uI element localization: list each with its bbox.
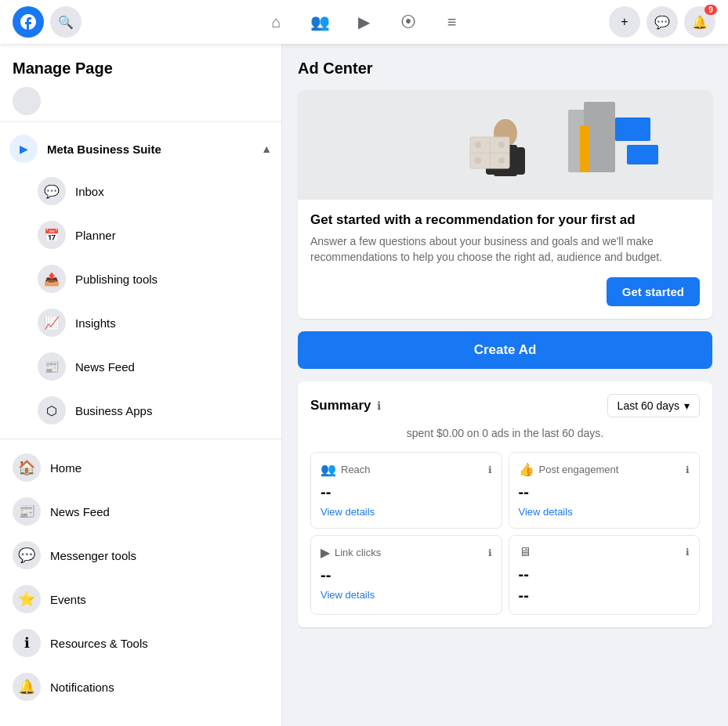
notifications-button[interactable]: 🔔 9 xyxy=(684,6,715,38)
meta-business-suite-sub-items: 💬 Inbox 📅 Planner 📤 Publishing tools 📈 I… xyxy=(0,169,281,432)
reach-value: -- xyxy=(321,483,492,501)
link-clicks-icon: ▶ xyxy=(321,545,330,560)
planner-label: Planner xyxy=(75,229,116,242)
create-button[interactable]: + xyxy=(609,6,640,38)
post-engagement-view-details-link[interactable]: View details xyxy=(519,506,573,518)
monitor-tile-header: 🖥 ℹ xyxy=(519,545,690,559)
sidebar-item-home[interactable]: 🏠 Home xyxy=(3,446,278,489)
business-apps-label: Business Apps xyxy=(75,404,152,417)
reach-info-icon[interactable]: ℹ xyxy=(488,464,492,475)
home-label: Home xyxy=(50,461,81,475)
ad-recommendation-card: Get started with a recommendation for yo… xyxy=(298,90,712,319)
link-clicks-info-icon[interactable]: ℹ xyxy=(488,547,492,558)
svg-rect-5 xyxy=(580,125,589,172)
nav-left: 🔍 xyxy=(13,6,81,38)
reach-view-details-link[interactable]: View details xyxy=(321,506,375,518)
monitor-icon: 🖥 xyxy=(519,545,531,559)
summary-card: Summary ℹ Last 60 days ▾ spent $0.00 on … xyxy=(298,381,712,627)
spent-text: spent $0.00 on 0 ads in the last 60 days… xyxy=(310,427,700,439)
sidebar-item-insights[interactable]: 📈 Insights xyxy=(25,301,275,345)
notifications-icon: 🔔 xyxy=(13,673,41,701)
news-feed-sub-icon: 📰 xyxy=(38,352,66,381)
sidebar-item-news-feed[interactable]: 📰 News Feed xyxy=(3,489,278,533)
search-button[interactable]: 🔍 xyxy=(50,6,81,38)
period-selector-button[interactable]: Last 60 days ▾ xyxy=(607,394,700,417)
events-label: Events xyxy=(50,593,86,606)
ad-illustration-svg xyxy=(349,94,662,196)
resources-tools-label: Resources & Tools xyxy=(50,637,148,650)
ad-card-heading: Get started with a recommendation for yo… xyxy=(310,212,700,228)
summary-title: Summary xyxy=(310,398,371,414)
news-feed-label: News Feed xyxy=(50,505,110,518)
svg-point-13 xyxy=(475,142,481,148)
page-avatar xyxy=(13,87,41,115)
ad-card-description: Answer a few questions about your busine… xyxy=(310,234,700,265)
sidebar: Manage Page ▶ Meta Business Suite ▲ 💬 In… xyxy=(0,44,282,726)
create-ad-button[interactable]: Create Ad xyxy=(298,331,712,369)
summary-info-icon[interactable]: ℹ xyxy=(377,399,381,412)
publishing-tools-label: Publishing tools xyxy=(75,273,158,286)
messenger-tools-label: Messenger tools xyxy=(50,549,136,562)
reach-tile-header: 👥 Reach ℹ xyxy=(321,462,492,477)
watch-nav-button[interactable]: ▶ xyxy=(346,3,383,41)
link-clicks-value: -- xyxy=(321,566,492,584)
meta-business-suite-title: Meta Business Suite xyxy=(47,143,161,156)
ad-illustration-container xyxy=(298,90,712,200)
page-title: Ad Center xyxy=(298,60,712,78)
sidebar-title: Manage Page xyxy=(0,53,281,81)
sidebar-item-notifications[interactable]: 🔔 Notifications xyxy=(3,665,278,709)
notification-badge: 9 xyxy=(704,5,717,15)
sidebar-item-messenger-tools[interactable]: 💬 Messenger tools xyxy=(3,533,278,577)
sidebar-item-news-feed-sub[interactable]: 📰 News Feed xyxy=(25,345,275,388)
reach-tile: 👥 Reach ℹ -- View details xyxy=(310,452,502,529)
facebook-logo[interactable] xyxy=(13,6,44,38)
sidebar-item-planner[interactable]: 📅 Planner xyxy=(25,213,275,257)
inbox-label: Inbox xyxy=(75,185,104,198)
reach-label-row: 👥 Reach xyxy=(321,462,371,477)
meta-business-suite-header[interactable]: ▶ Meta Business Suite ▲ xyxy=(0,128,281,169)
reach-icon: 👥 xyxy=(321,462,336,477)
main-layout: Manage Page ▶ Meta Business Suite ▲ 💬 In… xyxy=(0,44,728,726)
monitor-info-icon[interactable]: ℹ xyxy=(686,547,690,558)
svg-point-14 xyxy=(475,157,481,164)
sidebar-item-business-apps[interactable]: ⬡ Business Apps xyxy=(25,388,275,432)
link-clicks-label: Link clicks xyxy=(335,547,381,558)
sidebar-divider-2 xyxy=(0,439,281,439)
sidebar-item-resources-tools[interactable]: ℹ Resources & Tools xyxy=(3,621,278,665)
link-clicks-label-row: ▶ Link clicks xyxy=(321,545,381,560)
post-engagement-label: Post engagement xyxy=(539,464,619,475)
svg-rect-9 xyxy=(516,147,525,175)
meta-business-suite-icon: ▶ xyxy=(9,135,38,163)
ad-illustration xyxy=(298,90,712,200)
sidebar-item-publishing-tools[interactable]: 📤 Publishing tools xyxy=(25,257,275,301)
monitor-value: -- xyxy=(519,565,690,583)
publishing-tools-icon: 📤 xyxy=(38,265,66,293)
home-nav-button[interactable]: ⌂ xyxy=(258,3,295,41)
post-engagement-value: -- xyxy=(519,483,690,501)
link-clicks-tile: ▶ Link clicks ℹ -- View details xyxy=(310,535,502,615)
groups-nav-button[interactable]: ⦿ xyxy=(389,3,427,41)
period-label: Last 60 days xyxy=(618,399,679,412)
sidebar-item-events[interactable]: ⭐ Events xyxy=(3,577,278,621)
inbox-icon: 💬 xyxy=(38,177,66,205)
friends-nav-button[interactable]: 👥 xyxy=(302,3,339,41)
meta-business-suite-header-left: ▶ Meta Business Suite xyxy=(9,135,161,163)
summary-header: Summary ℹ Last 60 days ▾ xyxy=(310,394,700,417)
post-engagement-label-row: 👍 Post engagement xyxy=(519,462,619,477)
news-feed-icon: 📰 xyxy=(13,497,41,526)
link-clicks-view-details-link[interactable]: View details xyxy=(321,589,375,601)
monitor-label-row: 🖥 xyxy=(519,545,536,559)
sidebar-item-inbox[interactable]: 💬 Inbox xyxy=(25,169,275,213)
svg-point-15 xyxy=(498,142,505,148)
monitor-secondary-value: -- xyxy=(519,587,690,605)
nav-center: ⌂ 👥 ▶ ⦿ ≡ xyxy=(258,3,471,41)
messenger-button[interactable]: 💬 xyxy=(647,6,678,38)
get-started-button[interactable]: Get started xyxy=(607,277,700,306)
reach-label: Reach xyxy=(341,464,371,475)
menu-nav-button[interactable]: ≡ xyxy=(433,3,471,41)
home-icon: 🏠 xyxy=(13,453,41,482)
ad-card-body: Get started with a recommendation for yo… xyxy=(298,200,712,319)
notifications-label: Notifications xyxy=(50,681,114,694)
link-clicks-tile-header: ▶ Link clicks ℹ xyxy=(321,545,492,560)
post-engagement-info-icon[interactable]: ℹ xyxy=(686,464,690,475)
